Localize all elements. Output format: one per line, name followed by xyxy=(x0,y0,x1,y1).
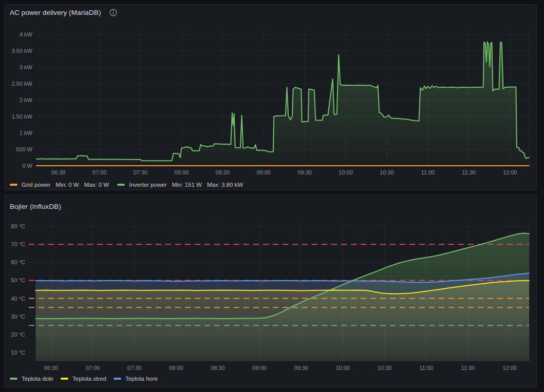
x-tick-label: 07:30 xyxy=(134,169,148,175)
x-tick-label: 11:30 xyxy=(462,169,476,175)
legend-stat-max: Max: 3.80 kW xyxy=(207,182,243,188)
legend-swatch xyxy=(117,184,125,186)
x-tick-label: 06:30 xyxy=(51,169,66,175)
x-tick-label: 06:30 xyxy=(44,365,59,371)
y-tick-label: 0 W xyxy=(22,163,32,169)
y-tick-label: 3 kW xyxy=(20,64,33,70)
y-tick-label: 500 W xyxy=(16,146,32,152)
legend-stat-max: Max: 0 W xyxy=(84,182,109,188)
x-tick-label: 08:30 xyxy=(216,169,230,175)
x-tick-label: 12:00 xyxy=(502,365,517,371)
boiler-chart[interactable]: 10 °C20 °C30 °C40 °C50 °C60 °C70 °C80 °C… xyxy=(5,207,536,387)
x-tick-label: 09:00 xyxy=(252,365,267,371)
legend-swatch xyxy=(61,378,68,380)
y-tick-label: 1 kW xyxy=(20,130,33,136)
legend-label: Grid power xyxy=(22,182,50,188)
x-tick-label: 10:30 xyxy=(378,365,392,371)
legend-item-teplota-stred[interactable]: Teplota stred xyxy=(61,376,106,382)
panel-title[interactable]: AC power delivery (MariaDB) xyxy=(10,9,101,16)
legend-item-teplota-hore[interactable]: Teplota hore xyxy=(114,376,158,382)
y-tick-label: 60 °C xyxy=(11,259,25,265)
legend-label: Teplota dole xyxy=(22,376,53,382)
y-tick-label: 70 °C xyxy=(11,241,25,247)
legend-label: Teplota stred xyxy=(72,376,106,382)
x-tick-label: 10:00 xyxy=(339,169,353,175)
panel-header: Bojler (InfluxDB) xyxy=(10,203,61,210)
x-tick-label: 11:00 xyxy=(421,169,435,175)
x-tick-label: 07:00 xyxy=(92,169,107,175)
y-tick-label: 40 °C xyxy=(11,296,25,302)
x-tick-label: 07:00 xyxy=(86,365,100,371)
panel-header: AC power delivery (MariaDB) xyxy=(10,9,117,16)
legend-item-inverter-power[interactable]: Inverter power Min: 151 W Max: 3.80 kW xyxy=(117,182,243,188)
legend-label: Inverter power xyxy=(129,182,167,188)
series-area-teplota-hore xyxy=(36,273,530,361)
legend-label: Teplota hore xyxy=(125,376,158,382)
info-icon[interactable] xyxy=(109,9,117,16)
y-tick-label: 3.50 kW xyxy=(12,48,33,54)
x-tick-label: 09:30 xyxy=(297,169,312,175)
y-tick-label: 50 °C xyxy=(11,277,25,283)
x-tick-label: 10:30 xyxy=(380,169,394,175)
legend-swatch xyxy=(114,378,121,380)
power-chart[interactable]: 0 W500 W1 kW1.50 kW2 kW2.50 kW3 kW3.50 k… xyxy=(5,5,536,180)
y-tick-label: 2.50 kW xyxy=(12,81,33,87)
legend-item-teplota-dole[interactable]: Teplota dole xyxy=(10,376,53,382)
y-tick-label: 1.50 kW xyxy=(12,113,33,120)
y-tick-label: 4 kW xyxy=(20,31,33,37)
panel-ac-power-delivery: AC power delivery (MariaDB) 0 W500 W1 kW… xyxy=(4,4,537,190)
y-tick-label: 10 °C xyxy=(11,349,25,356)
x-tick-label: 12:00 xyxy=(503,169,517,175)
legend-swatch xyxy=(10,378,17,380)
series-area-inverter-power xyxy=(36,42,529,166)
y-tick-label: 2 kW xyxy=(20,97,33,103)
legend-stat-min: Min: 0 W xyxy=(55,182,79,188)
panel-title[interactable]: Bojler (InfluxDB) xyxy=(10,203,61,210)
y-tick-label: 20 °C xyxy=(11,331,25,338)
x-tick-label: 07:30 xyxy=(127,365,142,371)
x-tick-label: 10:00 xyxy=(336,365,350,371)
y-tick-label: 30 °C xyxy=(11,313,25,320)
x-tick-label: 11:00 xyxy=(419,365,433,371)
legend-stat-min: Min: 151 W xyxy=(172,182,202,188)
panel-bojler: Bojler (InfluxDB) 10 °C20 °C30 °C40 °C50… xyxy=(4,194,537,388)
x-tick-label: 09:30 xyxy=(294,365,309,371)
legend-swatch xyxy=(10,184,17,186)
x-tick-label: 09:00 xyxy=(256,169,271,175)
legend-item-grid-power[interactable]: Grid power Min: 0 W Max: 0 W xyxy=(10,182,109,188)
x-tick-label: 08:30 xyxy=(211,365,225,371)
power-legend: Grid power Min: 0 W Max: 0 W Inverter po… xyxy=(10,182,251,188)
boiler-legend: Teplota dole Teplota stred Teplota hore xyxy=(10,376,165,382)
y-tick-label: 80 °C xyxy=(11,223,25,229)
x-tick-label: 08:00 xyxy=(169,365,183,371)
x-tick-label: 11:30 xyxy=(461,365,475,371)
grafana-dashboard: { "page": {"background": "#111217", "pan… xyxy=(0,0,544,392)
x-tick-label: 08:00 xyxy=(175,169,189,175)
